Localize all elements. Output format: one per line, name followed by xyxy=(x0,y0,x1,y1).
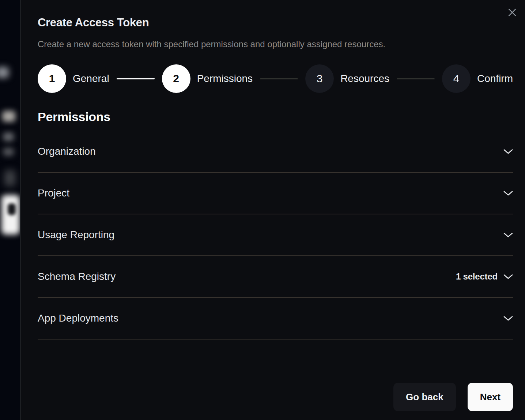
step-resources[interactable]: 3 Resources xyxy=(305,64,389,93)
wizard-stepper: 1 General 2 Permissions 3 Resources 4 Co… xyxy=(38,64,513,93)
step-label: Resources xyxy=(340,73,389,85)
step-confirm[interactable]: 4 Confirm xyxy=(442,64,513,93)
chevron-down-icon xyxy=(503,232,513,238)
step-label: General xyxy=(73,73,109,85)
accordion-row-project[interactable]: Project xyxy=(38,173,513,214)
blurred-sidebar-pill xyxy=(0,67,9,78)
step-number-circle: 1 xyxy=(38,64,66,93)
accordion-row-label: Schema Registry xyxy=(38,271,116,282)
step-connector xyxy=(117,78,155,79)
blurred-sidebar-text xyxy=(3,148,14,156)
accordion-row-organization[interactable]: Organization xyxy=(38,131,513,173)
accordion-row-app-deployments[interactable]: App Deployments xyxy=(38,298,513,340)
create-access-token-dialog: Create Access Token Create a new access … xyxy=(20,0,525,420)
step-number-circle: 4 xyxy=(442,64,471,93)
step-number-circle: 2 xyxy=(162,64,190,93)
dialog-title: Create Access Token xyxy=(38,16,513,29)
step-label: Permissions xyxy=(197,73,253,85)
close-icon xyxy=(508,8,516,16)
chevron-down-icon xyxy=(503,274,513,280)
chevron-down-icon xyxy=(503,191,513,196)
accordion-row-usage-reporting[interactable]: Usage Reporting xyxy=(38,214,513,256)
step-permissions[interactable]: 2 Permissions xyxy=(162,64,253,93)
next-button[interactable]: Next xyxy=(468,383,513,411)
dialog-subtitle: Create a new access token with specified… xyxy=(38,39,513,50)
accordion-row-label: App Deployments xyxy=(38,312,118,324)
blurred-sidebar-icon xyxy=(4,170,15,186)
close-button[interactable] xyxy=(506,7,518,18)
accordion-row-schema-registry[interactable]: Schema Registry 1 selected xyxy=(38,256,513,298)
blurred-sidebar-text xyxy=(2,111,15,122)
background-app-blur xyxy=(0,0,20,420)
step-number-circle: 3 xyxy=(305,64,334,93)
go-back-button[interactable]: Go back xyxy=(393,383,456,411)
permissions-section-heading: Permissions xyxy=(38,110,513,124)
step-connector xyxy=(260,78,298,79)
chevron-down-icon xyxy=(503,316,513,321)
chevron-down-icon xyxy=(503,149,513,154)
selected-count-badge: 1 selected xyxy=(456,271,498,282)
permissions-accordion: Organization Project Usage Reporting xyxy=(38,131,513,340)
blurred-sidebar-text xyxy=(3,132,14,141)
step-general[interactable]: 1 General xyxy=(38,64,109,93)
step-connector xyxy=(397,78,435,79)
accordion-row-label: Usage Reporting xyxy=(38,229,114,241)
dialog-footer: Go back Next xyxy=(393,383,513,411)
step-label: Confirm xyxy=(477,73,513,85)
accordion-row-label: Project xyxy=(38,187,69,199)
blurred-sidebar-logo-detail xyxy=(8,203,16,215)
accordion-row-label: Organization xyxy=(38,146,96,157)
